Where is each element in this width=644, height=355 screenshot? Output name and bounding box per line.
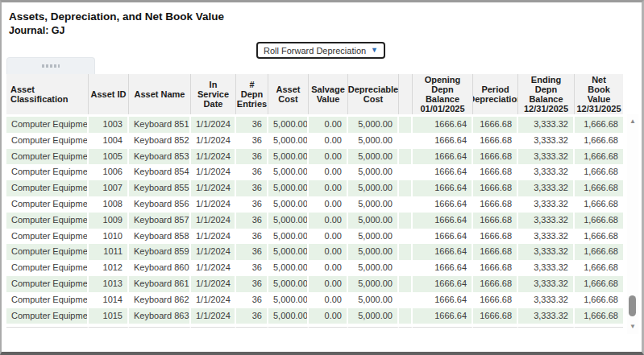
scroll-thumb[interactable] xyxy=(629,295,636,316)
table-cell: 5,000.00 xyxy=(268,229,309,245)
table-cell: 1666.64 xyxy=(413,308,473,324)
table-cell: 1,666.68 xyxy=(575,149,623,165)
table-cell: Computer Equipment xyxy=(6,244,89,260)
table-cell: 5,000.00 xyxy=(268,276,309,292)
partial-cell xyxy=(575,324,623,328)
header-cell: Ending Depn Balance 12/31/2025 xyxy=(518,74,575,114)
table-cell: 3,333.32 xyxy=(518,229,575,245)
header-cell: Asset Classification xyxy=(6,74,89,114)
table-cell: 1666.68 xyxy=(473,117,518,133)
table-row: Computer Equipment1006Keyboard 8541/1/20… xyxy=(6,164,623,180)
table-cell: 5,000.00 xyxy=(268,308,309,324)
table-cell: 1006 xyxy=(89,164,129,180)
partial-cell xyxy=(518,324,575,328)
table-cell: 5,000.00 xyxy=(348,260,399,276)
table-cell: 0.00 xyxy=(309,276,348,292)
table-cell: 1014 xyxy=(89,292,129,308)
table-cell xyxy=(399,244,413,260)
table-row: Computer Equipment1004Keyboard 8521/1/20… xyxy=(6,133,623,149)
table-cell: Computer Equipment xyxy=(6,180,89,196)
table-cell: 0.00 xyxy=(309,260,348,276)
header-cell: Opening Depn Balance 01/01/2025 xyxy=(413,74,473,114)
table-cell: 1666.68 xyxy=(473,180,518,196)
partial-cell xyxy=(89,324,129,328)
table-cell: 1,666.68 xyxy=(575,133,623,149)
partial-cell xyxy=(309,324,348,328)
table-cell: 0.00 xyxy=(309,164,348,180)
table-cell: 0.00 xyxy=(309,149,348,165)
table-cell: 1,666.68 xyxy=(575,196,623,213)
table-cell: 1666.68 xyxy=(473,229,518,245)
table-cell: 1,666.68 xyxy=(575,164,623,180)
table-row: Computer Equipment1005Keyboard 8531/1/20… xyxy=(6,149,623,165)
table-cell: 5,000.00 xyxy=(268,180,309,196)
table-cell: Computer Equipment xyxy=(6,308,89,324)
table-cell: 0.00 xyxy=(309,229,348,245)
table-cell: 1,666.68 xyxy=(575,244,623,260)
page-title: Assets, Depreciation, and Net Book Value xyxy=(9,10,224,23)
table-cell: 3,333.32 xyxy=(518,133,575,149)
table-cell xyxy=(399,133,413,149)
table-cell: 1012 xyxy=(89,260,129,276)
table-cell: 1666.68 xyxy=(473,292,518,308)
table-cell: Computer Equipment xyxy=(6,292,89,308)
table-cell: 0.00 xyxy=(309,213,348,229)
table-cell: 3,333.32 xyxy=(518,196,575,213)
table-cell: 5,000.00 xyxy=(268,260,309,276)
table-cell: 36 xyxy=(236,133,268,149)
table-cell: 1,666.68 xyxy=(575,260,623,276)
table-cell: 3,333.32 xyxy=(518,308,575,324)
header-cell: In Service Date xyxy=(191,74,236,114)
table-row: Computer Equipment1003Keyboard 8511/1/20… xyxy=(6,117,623,133)
table-cell xyxy=(399,180,413,196)
table-cell: 3,333.32 xyxy=(518,292,575,308)
partial-cell xyxy=(473,324,518,328)
table-cell: 1015 xyxy=(89,308,129,324)
vertical-scrollbar[interactable]: ▲ ▼ xyxy=(627,114,638,334)
header-cell: Asset Cost xyxy=(268,74,309,114)
table-cell: Keyboard 859 xyxy=(129,244,191,260)
table-cell: 5,000.00 xyxy=(348,164,399,180)
table-cell: 0.00 xyxy=(309,308,348,324)
table-cell: 1,666.68 xyxy=(575,180,623,196)
table-cell: 3,333.32 xyxy=(518,213,575,229)
table-cell: 5,000.00 xyxy=(348,133,399,149)
table-cell: Keyboard 862 xyxy=(129,292,191,308)
table-cell: 1/1/2024 xyxy=(191,260,236,276)
scroll-down-icon[interactable]: ▼ xyxy=(627,322,638,332)
table-cell: Keyboard 858 xyxy=(129,229,191,245)
table-row: Computer Equipment1015Keyboard 8631/1/20… xyxy=(6,308,623,324)
table-cell: 1666.64 xyxy=(413,117,473,133)
header-cell: Salvage Value xyxy=(309,74,348,114)
table-cell: 5,000.00 xyxy=(348,149,399,165)
table-cell: 1011 xyxy=(89,244,129,260)
table-row: Computer Equipment1009Keyboard 8571/1/20… xyxy=(6,213,623,229)
table-cell xyxy=(399,229,413,245)
table-cell: 1666.68 xyxy=(473,276,518,292)
table-cell: 36 xyxy=(236,244,268,260)
table-cell: Keyboard 857 xyxy=(129,213,191,229)
table-cell: Keyboard 856 xyxy=(129,196,191,213)
scroll-up-icon[interactable]: ▲ xyxy=(627,117,638,126)
table-cell: 1,666.68 xyxy=(575,229,623,245)
table-cell: 0.00 xyxy=(309,196,348,213)
table-cell: 1/1/2024 xyxy=(191,133,236,149)
table-cell: Computer Equipment xyxy=(6,133,89,149)
table-cell: Keyboard 853 xyxy=(129,149,191,165)
table-cell: Keyboard 854 xyxy=(129,164,191,180)
panel-collapse-tab[interactable] xyxy=(6,57,95,74)
table-cell: 1666.64 xyxy=(413,276,473,292)
table-cell: Keyboard 860 xyxy=(129,260,191,276)
table-cell: Keyboard 861 xyxy=(129,276,191,292)
partial-cell xyxy=(236,324,268,328)
table-body: Computer Equipment1003Keyboard 8511/1/20… xyxy=(6,114,623,328)
report-view-dropdown[interactable]: Roll Forward Depreciation ▼ xyxy=(256,42,385,59)
table-cell xyxy=(399,164,413,180)
table-cell: 1666.68 xyxy=(473,196,518,213)
table-cell: 5,000.00 xyxy=(348,292,399,308)
table-cell: 5,000.00 xyxy=(268,149,309,165)
table-cell: 5,000.00 xyxy=(348,229,399,245)
table-cell: 5,000.00 xyxy=(268,196,309,213)
table-cell: 1666.68 xyxy=(473,149,518,165)
report-window: Assets, Depreciation, and Net Book Value… xyxy=(0,0,644,355)
